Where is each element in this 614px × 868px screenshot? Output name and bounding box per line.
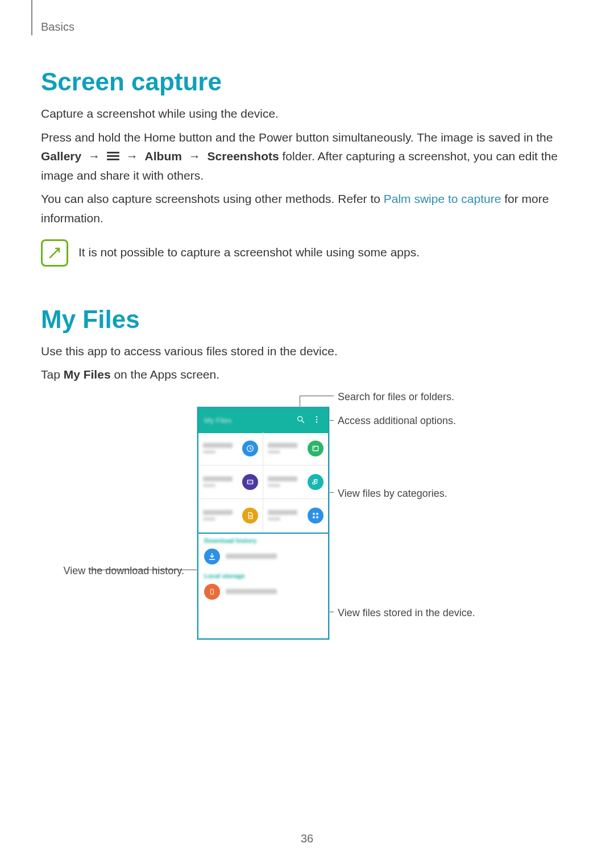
section-local-storage: Local storage — [198, 568, 328, 580]
category-icon — [308, 441, 323, 456]
svg-rect-12 — [313, 513, 314, 514]
paragraph: You can also capture screenshots using o… — [41, 189, 578, 227]
row-download-history[interactable] — [198, 545, 328, 568]
category-icon — [242, 508, 258, 524]
paragraph: Tap My Files on the Apps screen. — [41, 365, 578, 384]
paragraph: Press and hold the Home button and the P… — [41, 128, 578, 185]
text-bold: Gallery — [41, 149, 81, 163]
appbar-title: My Files — [204, 416, 291, 425]
svg-point-11 — [251, 481, 252, 482]
arrow-icon: → — [123, 147, 142, 166]
text-bold: My Files — [64, 368, 111, 381]
figure-my-files: Search for files or folders. Access addi… — [41, 401, 578, 703]
arrow-icon: → — [85, 147, 103, 166]
section-download-history: Download history — [198, 533, 328, 545]
text: Tap — [41, 368, 64, 381]
more-icon[interactable] — [311, 415, 322, 426]
text-bold: Album — [145, 149, 182, 163]
categories-panel[interactable] — [197, 432, 329, 534]
svg-point-0 — [298, 416, 302, 421]
menu-icon — [107, 150, 119, 162]
phone-screenshot: My Files Download history Local storage — [197, 407, 329, 639]
svg-point-4 — [316, 421, 318, 423]
download-icon — [204, 549, 220, 564]
category-icon — [242, 474, 258, 490]
link-palm-swipe[interactable]: Palm swipe to capture — [384, 192, 501, 205]
callout-categories: View files by categories. — [338, 488, 447, 500]
svg-rect-14 — [313, 516, 314, 518]
text: Press and hold the Home button and the P… — [41, 131, 553, 144]
note-icon — [41, 239, 68, 267]
callout-search: Search for files or folders. — [338, 391, 454, 403]
search-icon[interactable] — [295, 415, 306, 426]
heading-my-files: My Files — [41, 305, 578, 334]
callout-options: Access additional options. — [338, 415, 456, 427]
paragraph: Capture a screenshot while using the dev… — [41, 104, 578, 123]
category-icon — [308, 508, 323, 524]
category-tile[interactable] — [263, 499, 328, 533]
svg-rect-15 — [316, 516, 318, 518]
heading-screen-capture: Screen capture — [41, 68, 578, 96]
svg-point-10 — [250, 481, 250, 482]
note-text: It is not possible to capture a screensh… — [78, 243, 420, 262]
category-tile[interactable] — [198, 499, 263, 533]
svg-rect-13 — [316, 513, 318, 514]
svg-point-7 — [314, 447, 315, 448]
category-icon — [308, 474, 323, 490]
svg-point-9 — [248, 481, 249, 482]
row-device-storage[interactable] — [198, 580, 328, 603]
category-tile[interactable] — [263, 466, 328, 499]
category-tile[interactable] — [198, 466, 263, 499]
arrow-icon: → — [185, 147, 204, 166]
callout-download-history: View the download history. — [64, 565, 184, 577]
svg-point-2 — [316, 416, 318, 418]
text: You can also capture screenshots using o… — [41, 192, 384, 205]
page-number: 36 — [0, 832, 614, 845]
svg-point-3 — [316, 418, 318, 420]
category-icon — [242, 441, 258, 456]
svg-line-1 — [302, 421, 304, 423]
category-tile[interactable] — [263, 432, 328, 466]
breadcrumb: Basics — [41, 20, 578, 34]
text-bold: Screenshots — [208, 149, 279, 163]
device-icon — [204, 584, 220, 600]
callout-device-storage: View files stored in the device. — [338, 607, 475, 619]
text: on the Apps screen. — [114, 368, 219, 381]
paragraph: Use this app to access various files sto… — [41, 342, 578, 361]
svg-rect-6 — [313, 446, 318, 451]
svg-rect-16 — [211, 589, 214, 594]
category-tile[interactable] — [198, 432, 263, 466]
